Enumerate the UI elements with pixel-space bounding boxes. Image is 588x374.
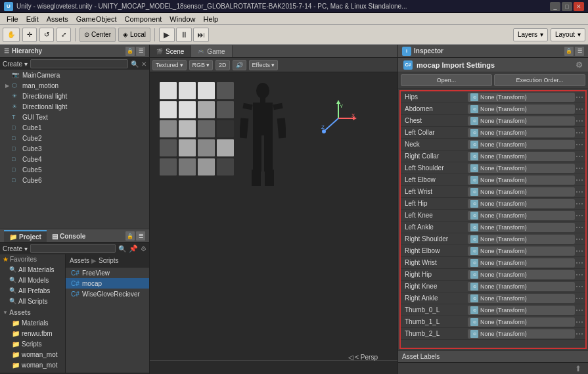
- project-search-input[interactable]: [30, 244, 116, 253]
- project-lock-icon[interactable]: 🔒: [125, 231, 135, 241]
- transform-value[interactable]: ⊙ None (Transform): [468, 140, 575, 149]
- upload-icon[interactable]: ⬆: [575, 364, 584, 373]
- menu-window[interactable]: Window: [166, 13, 199, 24]
- transform-value[interactable]: ⊙ None (Transform): [468, 294, 575, 303]
- transform-dots-icon[interactable]: ⋯: [575, 199, 584, 208]
- transform-dots-icon[interactable]: ⋯: [575, 187, 584, 197]
- file-freeview[interactable]: C# FreeView: [66, 268, 149, 278]
- transform-dots-icon[interactable]: ⋯: [575, 105, 584, 114]
- transform-row-thumb0l[interactable]: Thumb_0_L ⊙ None (Transform) ⋯: [401, 304, 585, 316]
- tab-game[interactable]: 🎮 Game: [191, 45, 232, 57]
- hierarchy-item-cube5[interactable]: □ Cube5: [0, 164, 149, 175]
- transform-dots-icon[interactable]: ⋯: [575, 116, 584, 126]
- transform-row-right-ankle[interactable]: Right Ankle ⊙ None (Transform) ⋯: [401, 292, 585, 304]
- tab-console[interactable]: ▤ Console: [47, 230, 91, 242]
- transform-value[interactable]: ⊙ None (Transform): [468, 235, 575, 244]
- center-button[interactable]: ⊙ Center: [79, 28, 116, 42]
- transform-row-right-hip[interactable]: Right Hip ⊙ None (Transform) ⋯: [401, 269, 585, 281]
- execution-order-button[interactable]: Execution Order...: [494, 74, 585, 86]
- asset-materials[interactable]: 📁 Materials: [3, 317, 62, 328]
- transform-row-right-wrist[interactable]: Right Wrist ⊙ None (Transform) ⋯: [401, 257, 585, 269]
- project-menu-icon[interactable]: ☰: [136, 231, 145, 241]
- hierarchy-lock-icon[interactable]: 🔒: [125, 47, 135, 56]
- hierarchy-item-man-motion[interactable]: ▶ ⬡ man_motion: [0, 80, 149, 91]
- file-wiseglove[interactable]: C# WiseGloveReciever: [66, 289, 149, 299]
- transform-value[interactable]: ⊙ None (Transform): [468, 246, 575, 256]
- hierarchy-item-dir-light-1[interactable]: ☀ Directional light: [0, 91, 149, 101]
- transform-value[interactable]: ⊙ None (Transform): [468, 211, 575, 220]
- rgb-dropdown[interactable]: RGB ▾: [189, 60, 214, 70]
- transform-dots-icon[interactable]: ⋯: [575, 235, 584, 244]
- transform-dots-icon[interactable]: ⋯: [575, 246, 584, 256]
- move-tool[interactable]: ✛: [22, 28, 37, 42]
- fav-all-models[interactable]: 🔍 All Models: [0, 275, 65, 285]
- hand-tool[interactable]: ✋: [3, 28, 20, 42]
- effects-button[interactable]: Effects ▾: [249, 60, 278, 70]
- transform-row-abdomen[interactable]: Abdomen ⊙ None (Transform) ⋯: [401, 103, 585, 115]
- menu-edit[interactable]: Edit: [22, 13, 43, 24]
- transform-value[interactable]: ⊙ None (Transform): [468, 199, 575, 208]
- transform-value[interactable]: ⊙ None (Transform): [468, 175, 575, 185]
- hierarchy-item-guitext[interactable]: T GUI Text: [0, 112, 149, 122]
- breadcrumb-assets[interactable]: Assets: [70, 257, 89, 264]
- transform-row-thumb2l[interactable]: Thumb_2_L ⊙ None (Transform) ⋯: [401, 328, 585, 340]
- transform-row-chest[interactable]: Chest ⊙ None (Transform) ⋯: [401, 115, 585, 127]
- transform-dots-icon[interactable]: ⋯: [575, 211, 584, 220]
- transform-dots-icon[interactable]: ⋯: [575, 164, 584, 173]
- transform-row-thumb1l[interactable]: Thumb_1_L ⊙ None (Transform) ⋯: [401, 316, 585, 328]
- transform-row-left-knee[interactable]: Left Knee ⊙ None (Transform) ⋯: [401, 210, 585, 222]
- menu-help[interactable]: Help: [199, 13, 222, 24]
- transform-value[interactable]: ⊙ None (Transform): [468, 187, 575, 197]
- minimize-button[interactable]: _: [550, 2, 560, 11]
- hierarchy-item-cube6[interactable]: □ Cube6: [0, 175, 149, 185]
- pause-button[interactable]: ⏸: [176, 28, 192, 42]
- hierarchy-item-cube3[interactable]: □ Cube3: [0, 143, 149, 154]
- transform-row-left-wrist[interactable]: Left Wrist ⊙ None (Transform) ⋯: [401, 186, 585, 198]
- breadcrumb-scripts[interactable]: Scripts: [99, 257, 119, 264]
- close-button[interactable]: ✕: [574, 2, 584, 11]
- transform-row-left-hip[interactable]: Left Hip ⊙ None (Transform) ⋯: [401, 198, 585, 210]
- hierarchy-item-maincamera[interactable]: 📷 MainCamera: [0, 70, 149, 80]
- transform-value[interactable]: ⊙ None (Transform): [468, 105, 575, 114]
- transform-value[interactable]: ⊙ None (Transform): [468, 223, 575, 232]
- menu-file[interactable]: File: [3, 13, 22, 24]
- inspector-menu-icon[interactable]: ☰: [575, 47, 584, 56]
- transform-dots-icon[interactable]: ⋯: [575, 93, 584, 102]
- layout-dropdown[interactable]: Layout ▾: [551, 28, 585, 41]
- fav-all-prefabs[interactable]: 🔍 All Prefabs: [0, 285, 65, 296]
- file-mocap[interactable]: C# mocap: [66, 278, 149, 289]
- project-create-label[interactable]: Create ▾: [3, 245, 28, 252]
- hierarchy-item-cube2[interactable]: □ Cube2: [0, 133, 149, 143]
- menu-component[interactable]: Component: [120, 13, 166, 24]
- transform-row-right-elbow[interactable]: Right Elbow ⊙ None (Transform) ⋯: [401, 245, 585, 257]
- transform-value[interactable]: ⊙ None (Transform): [468, 93, 575, 102]
- transform-value[interactable]: ⊙ None (Transform): [468, 317, 575, 327]
- tab-scene[interactable]: 🎬 Scene: [150, 45, 191, 57]
- transform-dots-icon[interactable]: ⋯: [575, 128, 584, 137]
- audio-button[interactable]: 🔊: [233, 60, 246, 70]
- local-button[interactable]: ◈ Local: [118, 28, 150, 42]
- scene-viewport[interactable]: Y X Z ◁ < Persp: [150, 72, 397, 374]
- layers-dropdown[interactable]: Layers ▾: [513, 28, 548, 41]
- maximize-button[interactable]: □: [562, 2, 572, 11]
- transform-row-right-shoulder[interactable]: Right Shoulder ⊙ None (Transform) ⋯: [401, 233, 585, 245]
- transform-value[interactable]: ⊙ None (Transform): [468, 282, 575, 291]
- transform-value[interactable]: ⊙ None (Transform): [468, 329, 575, 339]
- transform-dots-icon[interactable]: ⋯: [575, 294, 584, 303]
- inspector-lock-icon[interactable]: 🔒: [564, 47, 574, 56]
- asset-woman1[interactable]: 📁 woman_mot: [3, 349, 62, 360]
- hierarchy-search-input[interactable]: [30, 59, 128, 68]
- hierarchy-item-dir-light-2[interactable]: ☀ Directional light: [0, 101, 149, 112]
- transform-value[interactable]: ⊙ None (Transform): [468, 258, 575, 268]
- transform-dots-icon[interactable]: ⋯: [575, 223, 584, 232]
- transform-row-left-collar[interactable]: Left Collar ⊙ None (Transform) ⋯: [401, 127, 585, 139]
- component-gear-icon[interactable]: ⚙: [576, 60, 583, 70]
- transform-value[interactable]: ⊙ None (Transform): [468, 306, 575, 315]
- transform-value[interactable]: ⊙ None (Transform): [468, 116, 575, 126]
- transform-dots-icon[interactable]: ⋯: [575, 317, 584, 327]
- transform-dots-icon[interactable]: ⋯: [575, 306, 584, 315]
- step-button[interactable]: ⏭: [193, 28, 209, 42]
- open-button[interactable]: Open...: [401, 74, 492, 86]
- transform-value[interactable]: ⊙ None (Transform): [468, 270, 575, 279]
- transform-row-left-elbow[interactable]: Left Elbow ⊙ None (Transform) ⋯: [401, 174, 585, 186]
